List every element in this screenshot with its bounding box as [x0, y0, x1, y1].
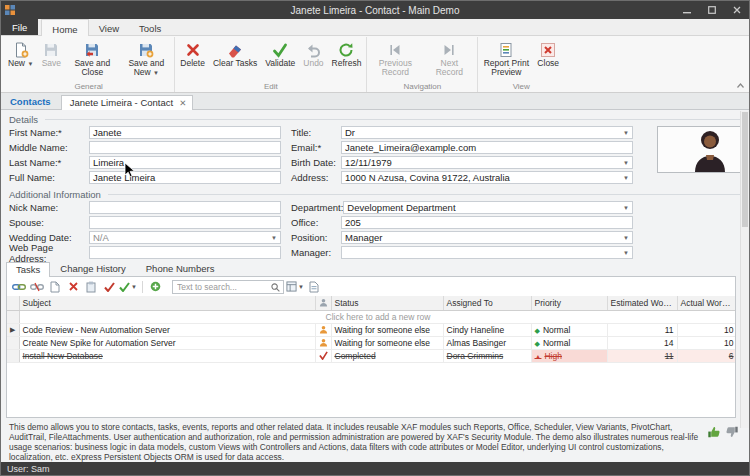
title-label: Title: — [291, 127, 341, 138]
mark-completed-icon[interactable] — [101, 279, 117, 294]
chevron-down-icon[interactable]: ▼ — [620, 130, 629, 136]
clear-tasks-button[interactable]: Clear Tasks — [209, 37, 261, 82]
new-button[interactable]: New ▼ — [4, 37, 37, 82]
office-input[interactable]: 205 — [341, 216, 633, 229]
scrollbar-thumb[interactable] — [742, 112, 748, 227]
save-button[interactable]: Save — [37, 37, 65, 82]
cell-actual[interactable]: 10 — [677, 323, 736, 336]
chevron-down-icon[interactable]: ▼ — [620, 160, 629, 166]
tab-view[interactable]: View — [89, 19, 129, 35]
column-header-actual[interactable]: Actual Work Hours — [677, 296, 736, 310]
validate-button[interactable]: Validate — [261, 37, 299, 82]
add-record-icon[interactable] — [148, 279, 164, 294]
ribbon-group-label-edit: Edit — [176, 82, 365, 92]
delete-task-icon[interactable] — [65, 279, 81, 294]
chevron-down-icon[interactable]: ▼ — [620, 235, 629, 241]
focused-row-indicator: ▶ — [7, 323, 19, 336]
cell-priority[interactable]: ◆Normal — [531, 323, 607, 336]
thumbs-up-icon[interactable] — [707, 425, 721, 443]
position-combo[interactable]: Manager▼ — [341, 231, 633, 244]
chevron-down-icon[interactable]: ▼ — [620, 175, 629, 181]
unlink-icon[interactable] — [29, 279, 45, 294]
task-row-completed[interactable]: Install New Database Completed Dora Crim… — [7, 349, 736, 362]
cell-priority[interactable]: ◆Normal — [531, 336, 607, 349]
cell-subject[interactable]: Create New Spike for Automation Server — [19, 336, 315, 349]
cell-assigned-to[interactable]: Almas Basinger — [443, 336, 531, 349]
cell-assigned-to[interactable]: Dora Crimmins — [443, 349, 531, 362]
search-icon[interactable] — [271, 278, 280, 296]
refresh-button[interactable]: Refresh — [328, 37, 366, 82]
contact-photo[interactable] — [657, 126, 745, 173]
chevron-down-icon[interactable]: ▼ — [268, 235, 277, 241]
birth-date-picker[interactable]: 12/11/1979▼ — [341, 156, 633, 169]
cell-actual[interactable]: 10 — [677, 336, 736, 349]
spouse-input[interactable] — [89, 216, 281, 229]
new-task-icon[interactable] — [47, 279, 63, 294]
cell-actual[interactable]: 6 — [677, 349, 736, 362]
cell-status[interactable]: Completed — [331, 349, 443, 362]
status-icon-column-header[interactable] — [315, 296, 331, 310]
close-view-button[interactable]: Close — [533, 37, 563, 82]
delete-button[interactable]: Delete — [176, 37, 209, 82]
ribbon-tab-row: File Home View Tools — [1, 19, 749, 36]
cell-status[interactable]: Waiting for someone else — [331, 323, 443, 336]
chevron-down-icon[interactable]: ▼ — [620, 205, 629, 211]
task-row[interactable]: ▶ Code Review - New Automation Server Wa… — [7, 323, 736, 336]
delete-icon — [185, 40, 201, 59]
email-input[interactable]: Janete_Limeira@example.com — [341, 141, 633, 154]
column-header-status[interactable]: Status — [331, 296, 443, 310]
last-name-input[interactable]: Limeira — [89, 156, 281, 169]
new-row-text[interactable]: Click here to add a new row — [19, 310, 736, 323]
wedding-date-picker[interactable]: N/A▼ — [89, 231, 281, 244]
thumbs-down-icon[interactable] — [725, 425, 739, 443]
tab-tasks[interactable]: Tasks — [6, 262, 50, 277]
nick-name-input[interactable] — [89, 201, 281, 214]
next-record-button[interactable]: Next Record — [422, 37, 476, 82]
contacts-nav-label[interactable]: Contacts — [1, 96, 61, 109]
middle-name-input[interactable] — [89, 141, 281, 154]
cell-status[interactable]: Waiting for someone else — [331, 336, 443, 349]
cell-estimated[interactable]: 11 — [607, 323, 677, 336]
department-combo[interactable]: Development Department▼ — [343, 201, 633, 214]
manager-combo[interactable]: ▼ — [341, 246, 633, 259]
task-row[interactable]: Create New Spike for Automation Server W… — [7, 336, 736, 349]
tab-phone-numbers[interactable]: Phone Numbers — [136, 261, 225, 276]
task-actions-dropdown-icon[interactable]: ▼ — [119, 279, 137, 294]
document-tab-label: Janete Limeira - Contact — [70, 97, 174, 108]
layout-options-icon[interactable]: ▼ — [286, 279, 304, 294]
chevron-down-icon[interactable]: ▼ — [620, 250, 629, 256]
first-name-input[interactable]: Janete — [89, 126, 281, 139]
undo-button[interactable]: Undo — [299, 37, 327, 82]
save-and-close-button[interactable]: Save and Close — [65, 37, 119, 82]
close-tab-icon[interactable]: ✕ — [179, 98, 186, 108]
column-header-estimated[interactable]: Estimated Work H... — [607, 296, 677, 310]
column-header-assigned-to[interactable]: Assigned To — [443, 296, 531, 310]
tab-home[interactable]: Home — [41, 19, 88, 36]
column-header-subject[interactable]: Subject — [19, 296, 315, 310]
collapse-ribbon-icon[interactable] — [736, 82, 745, 89]
previous-record-button[interactable]: Previous Record — [368, 37, 422, 82]
cell-assigned-to[interactable]: Cindy Haneline — [443, 323, 531, 336]
report-print-preview-button[interactable]: Report Print Preview — [479, 37, 533, 82]
tab-tools[interactable]: Tools — [129, 19, 171, 35]
cell-estimated[interactable]: 14 — [607, 336, 677, 349]
clipboard-icon[interactable] — [83, 279, 99, 294]
link-icon[interactable] — [11, 279, 27, 294]
tab-file[interactable]: File — [1, 19, 38, 35]
search-input[interactable] — [177, 282, 271, 292]
cell-estimated[interactable]: 11 — [607, 349, 677, 362]
address-combo[interactable]: 1000 N Azusa, Covina 91722, Australia▼ — [341, 171, 633, 184]
full-name-input[interactable]: Janete Limeira — [89, 171, 281, 184]
new-row[interactable]: Click here to add a new row — [7, 310, 736, 323]
cell-priority[interactable]: ▲High — [531, 349, 607, 362]
web-page-input[interactable] — [89, 246, 281, 259]
column-header-priority[interactable]: Priority — [531, 296, 607, 310]
vertical-scrollbar[interactable] — [740, 111, 749, 428]
waiting-status-icon — [315, 336, 331, 349]
cell-subject[interactable]: Code Review - New Automation Server — [19, 323, 315, 336]
save-and-new-button[interactable]: Save and New ▼ — [119, 37, 173, 82]
document-tab[interactable]: Janete Limeira - Contact ✕ — [61, 95, 194, 110]
title-combo[interactable]: Dr▼ — [341, 126, 633, 139]
print-preview-icon[interactable] — [306, 279, 322, 294]
cell-subject[interactable]: Install New Database — [19, 349, 315, 362]
